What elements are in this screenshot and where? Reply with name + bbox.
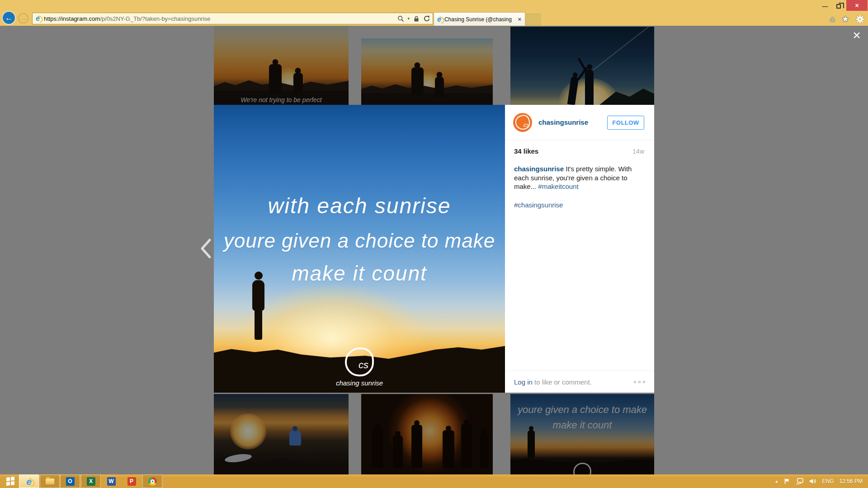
restore-icon (836, 4, 841, 9)
volume-icon[interactable] (809, 478, 817, 484)
avatar-monogram: cs (524, 122, 529, 128)
login-suffix-text: to like or comment. (534, 378, 592, 386)
browser-titlebar[interactable]: — × (0, 0, 868, 12)
taskbar-outlook-button[interactable]: O (60, 474, 80, 488)
dim-overlay (361, 38, 493, 105)
caption-hashtag-link[interactable]: #makeitcount (538, 183, 578, 190)
close-window-button[interactable]: × (846, 0, 868, 11)
second-hashtag-link[interactable]: #chasingsunrise (505, 191, 654, 209)
back-arrow-icon: ← (5, 14, 13, 23)
network-icon[interactable] (796, 478, 804, 484)
grid-photo-highfive[interactable] (510, 27, 654, 105)
lightbox-close-icon[interactable]: × (848, 27, 865, 44)
ie-favicon: e (36, 14, 40, 23)
quote-line-2: youre given a choice to make (214, 230, 505, 252)
search-dropdown-icon[interactable]: ▾ (407, 16, 410, 21)
previous-post-button[interactable] (198, 237, 213, 260)
page-content: We're not trying to be perfect (0, 26, 868, 474)
folder-icon (45, 478, 55, 485)
likes-row: 34 likes 14w (505, 140, 654, 162)
quote-line-1: with each sunrise (214, 193, 505, 218)
login-row: Log in to like or comment. (514, 378, 592, 386)
tab-favicon: e (437, 15, 441, 23)
follow-button[interactable]: FOLLOW (607, 116, 644, 130)
post-sidebar: cs chasingsunrise FOLLOW 34 likes 14w ch… (505, 105, 654, 393)
window-controls: — × (818, 0, 868, 12)
address-bar-icons: ▾ (397, 13, 430, 24)
grid-photo-sunset-couple-1[interactable]: We're not trying to be perfect (214, 26, 349, 105)
caption-username-link[interactable]: chasingsunrise (514, 165, 564, 173)
outlook-icon: O (66, 477, 75, 486)
browser-toolbar-icons: ⌂ ★ (830, 12, 864, 26)
dim-overlay (214, 26, 349, 105)
grid-photo-mountain-sunrise[interactable] (214, 394, 349, 474)
home-icon[interactable]: ⌂ (830, 15, 835, 23)
dim-overlay (361, 394, 493, 474)
logo-wordmark: chasing sunrise (336, 379, 383, 387)
logo-monogram: cs (359, 359, 368, 371)
person-silhouette (250, 272, 267, 340)
instagram-post-modal: with each sunrise youre given a choice t… (214, 105, 654, 393)
refresh-icon[interactable] (423, 15, 430, 22)
windows-logo-icon (6, 477, 14, 485)
desktop: — × ← → e https://instagram.com/p/0s2NY-… (0, 0, 868, 488)
taskbar-chrome-button[interactable] (142, 474, 162, 488)
taskbar-file-explorer-button[interactable] (40, 474, 60, 488)
back-button[interactable]: ← (2, 11, 16, 25)
clock[interactable]: 12:56 PM (840, 478, 863, 484)
favorites-star-icon[interactable]: ★ (842, 15, 849, 23)
system-tray: ▲ ENG 12:56 PM (775, 474, 865, 488)
grid-photo-sunset-couple-2[interactable] (361, 38, 493, 105)
powerpoint-icon: P (127, 477, 136, 486)
dim-overlay (510, 394, 654, 474)
post-timestamp: 14w (632, 148, 644, 155)
tray-show-hidden-icon[interactable]: ▲ (775, 479, 778, 483)
forward-button[interactable]: → (18, 13, 28, 23)
taskbar-word-button[interactable]: W (101, 474, 121, 488)
likes-count[interactable]: 34 likes (514, 147, 538, 155)
address-bar[interactable]: e https://instagram.com/p/0s2NY-G_Tb/?ta… (32, 13, 433, 24)
dim-overlay (510, 27, 654, 105)
language-indicator[interactable]: ENG (822, 478, 834, 484)
post-footer: Log in to like or comment. (505, 371, 654, 393)
settings-gear-icon[interactable] (856, 15, 864, 23)
close-window-icon: × (855, 2, 859, 9)
browser-tab[interactable]: e Chasing Sunrise (@chasing... × (434, 12, 525, 26)
forward-arrow-icon: → (20, 15, 26, 22)
restore-button[interactable] (832, 0, 845, 10)
grid-photo-quote-thumbnail[interactable]: with each sunrise youre given a choice t… (510, 394, 654, 474)
internet-explorer-icon: e (26, 477, 32, 486)
post-header: cs chasingsunrise FOLLOW (505, 105, 654, 140)
chasing-sunrise-logo: cs (345, 347, 374, 376)
chrome-icon (148, 477, 157, 486)
taskbar: e O X W P ▲ (0, 474, 868, 488)
login-link[interactable]: Log in (514, 378, 533, 386)
grid-photo-group-sunburst[interactable] (361, 394, 493, 474)
word-icon: W (107, 477, 116, 486)
dim-overlay (214, 394, 349, 474)
start-button[interactable] (3, 474, 18, 488)
url-domain: https://instagram.com (44, 15, 100, 22)
post-caption: chasingsunrise It's pretty simple. With … (505, 162, 654, 191)
excel-icon: X (87, 477, 95, 486)
chevron-left-icon (199, 238, 212, 259)
username-link[interactable]: chasingsunrise (538, 118, 588, 126)
url-text[interactable]: https://instagram.com/p/0s2NY-G_Tb/?take… (44, 15, 210, 22)
minimize-button[interactable]: — (818, 0, 832, 10)
taskbar-powerpoint-button[interactable]: P (122, 474, 142, 488)
taskbar-ie-button[interactable]: e (19, 474, 39, 488)
taskbar-excel-button[interactable]: X (81, 474, 101, 488)
tab-title: Chasing Sunrise (@chasing... (444, 16, 512, 23)
search-icon[interactable] (397, 15, 404, 22)
post-photo[interactable]: with each sunrise youre given a choice t… (214, 105, 505, 393)
more-options-icon[interactable] (634, 381, 645, 383)
tab-close-icon[interactable]: × (518, 16, 521, 23)
browser-navbar: ← → e https://instagram.com/p/0s2NY-G_Tb… (0, 12, 868, 26)
action-center-flag-icon[interactable] (784, 478, 790, 484)
avatar[interactable]: cs (513, 113, 532, 132)
new-tab-button[interactable] (526, 14, 541, 25)
url-path: /p/0s2NY-G_Tb/?taken-by=chasingsunrise (100, 15, 210, 22)
lock-icon (413, 15, 420, 22)
minimize-icon: — (822, 3, 828, 9)
